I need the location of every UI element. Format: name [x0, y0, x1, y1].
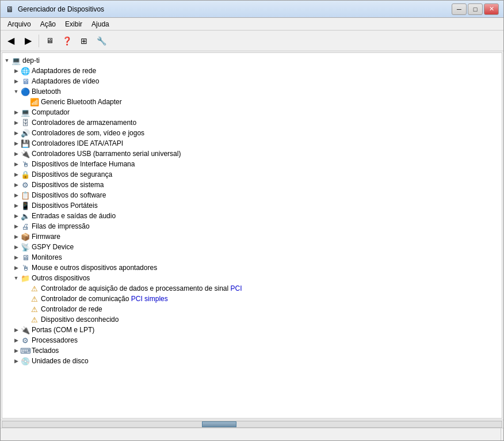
- tree-item-monitores[interactable]: ▶ 🖥 Monitores: [2, 252, 502, 263]
- menu-acao[interactable]: Ação: [36, 19, 60, 29]
- tree-item-dep-ti[interactable]: ▼ 💻 dep-ti: [2, 55, 502, 66]
- label-disp-desc: Dispositivo desconhecido: [41, 315, 119, 324]
- expand-ctrl-armazen[interactable]: ▶: [12, 117, 21, 128]
- expand-disp-sis[interactable]: ▶: [12, 180, 21, 190]
- toolbar: ◀ ▶ 🖥 ❓ ⊞ 🔧: [1, 31, 503, 51]
- update-button[interactable]: ⊞: [76, 33, 92, 49]
- tree-item-disp-sis[interactable]: ▶ ⚙ Dispositivos de sistema: [2, 180, 502, 190]
- scrollbar-thumb[interactable]: [202, 421, 236, 427]
- expand-disp-seg[interactable]: ▶: [12, 169, 21, 180]
- menu-exibir[interactable]: Exibir: [60, 19, 87, 29]
- icon-mouse: 🖱: [21, 263, 30, 272]
- tree-item-ctrl-com[interactable]: ▶ ⚠ Controlador de comunicação PCI simpl…: [2, 294, 502, 304]
- icon-ctrl-aq: ⚠: [30, 284, 39, 293]
- forward-button[interactable]: ▶: [20, 33, 36, 49]
- scrollbar-track[interactable]: [2, 421, 502, 428]
- tree-item-unidades[interactable]: ▶ 💿 Unidades de disco: [2, 356, 502, 366]
- tree-item-firmware[interactable]: ▶ 📦 Firmware: [2, 231, 502, 242]
- label-monitores: Monitores: [32, 253, 62, 261]
- back-button[interactable]: ◀: [3, 33, 19, 49]
- expand-adaptvideo[interactable]: ▶: [12, 76, 21, 86]
- expand-computador[interactable]: ▶: [12, 107, 21, 117]
- tree-item-ctrl-ide[interactable]: ▶ 💾 Controladores IDE ATA/ATAPI: [2, 138, 502, 149]
- expand-portas[interactable]: ▶: [12, 325, 21, 335]
- tree-item-ctrl-aq[interactable]: ▶ ⚠ Controlador de aquisição de dados e …: [2, 283, 502, 294]
- scrollbar-horizontal[interactable]: [1, 420, 503, 428]
- tree-item-ctrl-armazen[interactable]: ▶ 🗄 Controladores de armazenamento: [2, 117, 502, 128]
- close-button[interactable]: ✕: [484, 3, 499, 15]
- label-ctrl-usb: Controladores USB (barramento serial uni…: [32, 150, 181, 158]
- expand-proc[interactable]: ▶: [12, 335, 21, 345]
- icon-entradas: 🔈: [21, 211, 30, 221]
- menu-arquivo[interactable]: Arquivo: [3, 19, 36, 29]
- label-portas: Portas (COM e LPT): [32, 326, 94, 334]
- label-generic-bt: Generic Bluetooth Adapter: [41, 98, 122, 106]
- main-content: ▼ 💻 dep-ti ▶ 🌐 Adaptadores de rede ▶ 🖥: [1, 51, 503, 420]
- tree-item-disp-desc[interactable]: ▶ ⚠ Dispositivo desconhecido: [2, 314, 502, 325]
- expand-disp-hid[interactable]: ▶: [12, 159, 21, 169]
- tree-item-ctrl-som[interactable]: ▶ 🔊 Controladores de som, vídeo e jogos: [2, 128, 502, 138]
- icon-computador: 💻: [21, 108, 30, 117]
- label-mouse: Mouse e outros dispositivos apontadores: [32, 264, 157, 272]
- tree-item-portas[interactable]: ▶ 🔌 Portas (COM e LPT): [2, 325, 502, 335]
- expand-ctrl-ide[interactable]: ▶: [12, 138, 21, 149]
- help-button[interactable]: ❓: [59, 33, 75, 49]
- expand-ctrl-usb[interactable]: ▶: [12, 149, 21, 159]
- expand-dep-ti[interactable]: ▼: [2, 55, 12, 66]
- tree-item-generic-bt[interactable]: ▶ 📶 Generic Bluetooth Adapter: [2, 97, 502, 107]
- title-bar: 🖥 Gerenciador de Dispositivos ─ □ ✕: [1, 1, 503, 18]
- icon-firmware: 📦: [21, 232, 30, 241]
- expand-outros[interactable]: ▼: [12, 273, 21, 283]
- expand-entradas[interactable]: ▶: [12, 211, 21, 221]
- tree-item-disp-soft[interactable]: ▶ 📋 Dispositivos do software: [2, 190, 502, 200]
- status-text: [3, 428, 501, 440]
- expand-monitores[interactable]: ▶: [12, 252, 21, 263]
- device-tree[interactable]: ▼ 💻 dep-ti ▶ 🌐 Adaptadores de rede ▶ 🖥: [2, 52, 502, 419]
- expand-unidades[interactable]: ▶: [12, 356, 21, 366]
- minimize-button[interactable]: ─: [452, 3, 467, 15]
- tree-item-ctrl-rede[interactable]: ▶ ⚠ Controlador de rede: [2, 304, 502, 314]
- tree-item-gspy[interactable]: ▶ 📡 GSPY Device: [2, 242, 502, 252]
- icon-disp-sis: ⚙: [21, 180, 30, 189]
- maximize-button[interactable]: □: [468, 3, 483, 15]
- tree-item-disp-hid[interactable]: ▶ 🖱 Dispositivos de Interface Humana: [2, 159, 502, 169]
- uninstall-button[interactable]: 🔧: [93, 33, 109, 49]
- icon-monitores: 🖥: [21, 253, 30, 262]
- expand-disp-soft[interactable]: ▶: [12, 190, 21, 200]
- tree-item-mouse[interactable]: ▶ 🖱 Mouse e outros dispositivos apontado…: [2, 263, 502, 273]
- expand-ctrl-som[interactable]: ▶: [12, 128, 21, 138]
- properties-button[interactable]: 🖥: [41, 33, 58, 49]
- expand-disp-port[interactable]: ▶: [12, 200, 21, 211]
- tree-item-disp-port[interactable]: ▶ 📱 Dispositivos Portáteis: [2, 200, 502, 211]
- expand-firmware[interactable]: ▶: [12, 231, 21, 242]
- tree-item-adaptvideo[interactable]: ▶ 🖥 Adaptadores de vídeo: [2, 76, 502, 86]
- expand-mouse[interactable]: ▶: [12, 263, 21, 273]
- tree-item-computador[interactable]: ▶ 💻 Computador: [2, 107, 502, 117]
- expand-filas[interactable]: ▶: [12, 221, 21, 231]
- label-disp-soft: Dispositivos do software: [32, 191, 106, 199]
- expand-gspy[interactable]: ▶: [12, 242, 21, 252]
- tree-item-bluetooth[interactable]: ▼ 🔵 Bluetooth: [2, 86, 502, 97]
- tree-item-entradas[interactable]: ▶ 🔈 Entradas e saídas de áudio: [2, 211, 502, 221]
- tree-item-ctrl-usb[interactable]: ▶ 🔌 Controladores USB (barramento serial…: [2, 149, 502, 159]
- tree-item-teclados[interactable]: ▶ ⌨ Teclados: [2, 345, 502, 356]
- icon-filas: 🖨: [21, 222, 30, 231]
- tree-item-filas[interactable]: ▶ 🖨 Filas de impressão: [2, 221, 502, 231]
- icon-disp-seg: 🔒: [21, 170, 30, 179]
- tree-item-adaptredes[interactable]: ▶ 🌐 Adaptadores de rede: [2, 66, 502, 76]
- expand-adaptredes[interactable]: ▶: [12, 66, 21, 76]
- window-controls: ─ □ ✕: [452, 3, 499, 15]
- label-disp-hid: Dispositivos de Interface Humana: [32, 160, 135, 168]
- tree-item-disp-seg[interactable]: ▶ 🔒 Dispositivos de segurança: [2, 169, 502, 180]
- icon-disp-hid: 🖱: [21, 159, 30, 169]
- tree-item-proc[interactable]: ▶ ⚙ Processadores: [2, 335, 502, 345]
- device-manager-window: 🖥 Gerenciador de Dispositivos ─ □ ✕ Arqu…: [0, 0, 504, 441]
- menu-ajuda[interactable]: Ajuda: [87, 19, 114, 29]
- label-disp-port: Dispositivos Portáteis: [32, 202, 98, 210]
- label-unidades: Unidades de disco: [32, 357, 89, 365]
- icon-ctrl-ide: 💾: [21, 139, 30, 148]
- tree-item-outros[interactable]: ▼ 📁 Outros dispositivos: [2, 273, 502, 283]
- label-ctrl-ide: Controladores IDE ATA/ATAPI: [32, 139, 123, 147]
- app-icon: 🖥: [5, 5, 14, 14]
- expand-bluetooth[interactable]: ▼: [12, 86, 21, 97]
